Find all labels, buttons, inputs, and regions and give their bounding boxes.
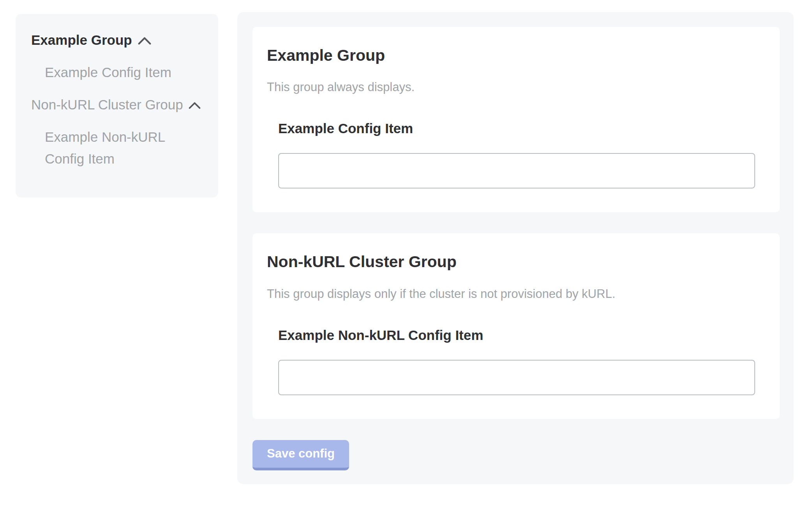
config-item-label: Example Config Item xyxy=(278,120,755,137)
config-field: Example Non-kURL Config Item xyxy=(278,327,755,395)
config-group-card-non-kurl-cluster-group: Non-kURL Cluster Group This group displa… xyxy=(252,233,780,419)
example-config-item-input[interactable] xyxy=(278,153,755,188)
sidebar-group-non-kurl-cluster-group[interactable]: Non-kURL Cluster Group xyxy=(31,97,207,113)
sidebar-item-example-config-item[interactable]: Example Config Item xyxy=(31,62,207,83)
group-description: This group always displays. xyxy=(267,80,755,94)
group-title: Example Group xyxy=(267,46,755,65)
sidebar-group-label: Non-kURL Cluster Group xyxy=(31,97,183,113)
config-main-panel: Example Group This group always displays… xyxy=(237,12,794,484)
config-sidebar: Example Group Example Config Item Non-kU… xyxy=(16,14,218,197)
config-item-label: Example Non-kURL Config Item xyxy=(278,327,755,343)
sidebar-group-label: Example Group xyxy=(31,32,132,48)
sidebar-item-example-non-kurl-config-item[interactable]: Example Non-kURL Config Item xyxy=(31,126,207,170)
group-description: This group displays only if the cluster … xyxy=(267,287,755,301)
example-non-kurl-config-item-input[interactable] xyxy=(278,360,755,395)
group-title: Non-kURL Cluster Group xyxy=(267,252,755,271)
sidebar-group-example-group[interactable]: Example Group xyxy=(31,32,207,48)
save-config-button[interactable]: Save config xyxy=(252,440,349,470)
chevron-up-icon xyxy=(138,37,152,45)
chevron-up-icon xyxy=(189,102,201,109)
config-group-card-example-group: Example Group This group always displays… xyxy=(252,27,780,212)
config-field: Example Config Item xyxy=(278,120,755,188)
